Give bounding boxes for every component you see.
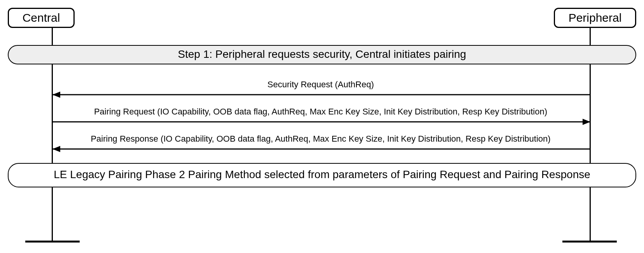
actor-central-label: Central [23,11,60,24]
sequence-diagram: Central Peripheral Step 1: Peripheral re… [8,8,636,245]
note-label: LE Legacy Pairing Phase 2 Pairing Method… [54,168,590,180]
lifeline-end-central [25,241,80,243]
actor-central: Central [8,8,75,28]
svg-marker-3 [583,119,590,125]
step1-box: Step 1: Peripheral requests security, Ce… [8,45,636,64]
note-box: LE Legacy Pairing Phase 2 Pairing Method… [8,163,636,187]
step1-label: Step 1: Peripheral requests security, Ce… [178,48,466,60]
actor-peripheral-label: Peripheral [569,11,622,24]
msg2-arrow [52,118,590,126]
lifeline-end-peripheral [562,241,617,243]
msg1-arrow [52,91,590,99]
svg-marker-5 [52,146,60,152]
msg1-label: Security Request (AuthReq) [64,80,577,90]
actor-peripheral: Peripheral [554,8,636,28]
msg3-arrow [52,145,590,153]
svg-marker-1 [52,92,60,98]
msg2-label: Pairing Request (IO Capability, OOB data… [64,107,577,117]
msg3-label: Pairing Response (IO Capability, OOB dat… [64,134,577,144]
